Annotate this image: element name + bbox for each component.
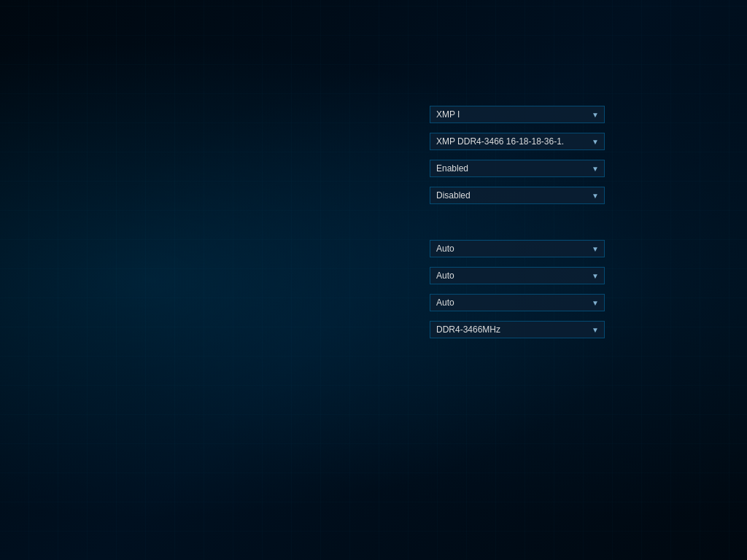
adaptive-boost-control[interactable]: Enabled Disabled [430, 160, 605, 177]
cpu-core-ratio-control[interactable]: Auto Sync All Cores Per Core [430, 240, 605, 257]
dram-frequency-control[interactable]: Auto DDR4-3200MHz DDR4-3466MHz DDR4-3600… [430, 321, 605, 338]
ai-overclock-tuner-control[interactable]: Auto Manual XMP I XMP II [430, 106, 605, 123]
ai-overclock-tuner-select[interactable]: Auto Manual XMP I XMP II [430, 106, 605, 123]
xmp-control[interactable]: XMP DDR4-3466 16-18-18-36-1. XMP DDR4-34… [430, 133, 605, 150]
adaptive-boost-select[interactable]: Enabled Disabled [430, 160, 605, 177]
memory-controller-ratio-control[interactable]: Auto 1:1 1:2 [430, 294, 605, 311]
bclk-dram-ratio-control[interactable]: Auto 100:133 100:100 [430, 267, 605, 284]
performance-enhancement-control[interactable]: Enabled Disabled [430, 187, 605, 204]
performance-enhancement-select[interactable]: Enabled Disabled [430, 187, 605, 204]
bclk-dram-ratio-select[interactable]: Auto 100:133 100:100 [430, 267, 605, 284]
cpu-core-ratio-select[interactable]: Auto Sync All Cores Per Core [430, 240, 605, 257]
memory-controller-ratio-select[interactable]: Auto 1:1 1:2 [430, 294, 605, 311]
dram-frequency-select[interactable]: Auto DDR4-3200MHz DDR4-3466MHz DDR4-3600… [430, 321, 605, 338]
xmp-select[interactable]: XMP DDR4-3466 16-18-18-36-1. XMP DDR4-34… [430, 133, 605, 150]
